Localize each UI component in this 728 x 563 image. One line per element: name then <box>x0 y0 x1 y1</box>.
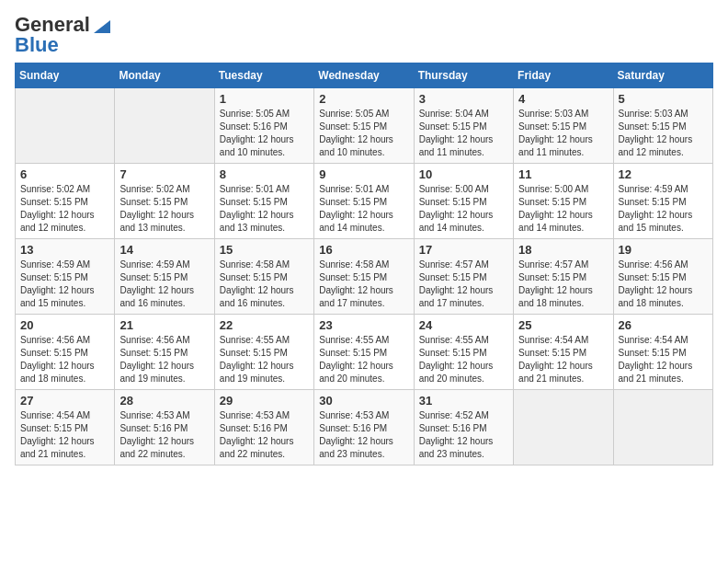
day-number: 24 <box>419 318 508 332</box>
day-number: 11 <box>518 167 608 181</box>
calendar-cell: 20Sunrise: 4:56 AMSunset: 5:15 PMDayligh… <box>16 315 115 390</box>
day-info: Sunrise: 5:00 AMSunset: 5:15 PMDaylight:… <box>419 183 508 235</box>
weekday-header-monday: Monday <box>115 63 214 88</box>
day-info: Sunrise: 4:54 AMSunset: 5:15 PMDaylight:… <box>619 334 708 385</box>
calendar-week-row: 13Sunrise: 4:59 AMSunset: 5:15 PMDayligh… <box>16 239 713 315</box>
weekday-header-tuesday: Tuesday <box>214 63 313 88</box>
calendar-cell: 5Sunrise: 5:03 AMSunset: 5:15 PMDaylight… <box>613 88 712 164</box>
day-number: 4 <box>518 92 608 106</box>
day-number: 6 <box>20 167 109 181</box>
calendar-cell: 1Sunrise: 5:05 AMSunset: 5:16 PMDaylight… <box>214 88 313 164</box>
day-info: Sunrise: 5:05 AMSunset: 5:15 PMDaylight:… <box>319 108 408 159</box>
day-number: 18 <box>518 243 608 257</box>
day-info: Sunrise: 4:54 AMSunset: 5:15 PMDaylight:… <box>20 409 109 461</box>
logo-icon <box>94 20 110 33</box>
day-info: Sunrise: 4:57 AMSunset: 5:15 PMDaylight:… <box>518 259 608 310</box>
calendar-table: SundayMondayTuesdayWednesdayThursdayFrid… <box>15 63 713 465</box>
day-number: 13 <box>20 243 109 257</box>
calendar-cell: 15Sunrise: 4:58 AMSunset: 5:15 PMDayligh… <box>214 239 313 315</box>
day-info: Sunrise: 5:05 AMSunset: 5:16 PMDaylight:… <box>220 108 309 159</box>
day-info: Sunrise: 4:58 AMSunset: 5:15 PMDaylight:… <box>319 259 408 310</box>
calendar-cell: 11Sunrise: 5:00 AMSunset: 5:15 PMDayligh… <box>514 164 613 239</box>
calendar-cell: 10Sunrise: 5:00 AMSunset: 5:15 PMDayligh… <box>414 164 513 239</box>
calendar-cell: 31Sunrise: 4:52 AMSunset: 5:16 PMDayligh… <box>414 390 513 465</box>
weekday-header-wednesday: Wednesday <box>314 63 414 88</box>
weekday-header-row: SundayMondayTuesdayWednesdayThursdayFrid… <box>16 63 713 88</box>
svg-marker-0 <box>94 20 110 33</box>
calendar-cell: 7Sunrise: 5:02 AMSunset: 5:15 PMDaylight… <box>115 164 214 239</box>
calendar-cell <box>613 390 712 465</box>
day-info: Sunrise: 4:58 AMSunset: 5:15 PMDaylight:… <box>220 259 309 310</box>
day-info: Sunrise: 5:02 AMSunset: 5:15 PMDaylight:… <box>119 183 209 235</box>
day-info: Sunrise: 4:56 AMSunset: 5:15 PMDaylight:… <box>619 259 708 310</box>
day-info: Sunrise: 4:53 AMSunset: 5:16 PMDaylight:… <box>220 409 309 461</box>
calendar-cell: 6Sunrise: 5:02 AMSunset: 5:15 PMDaylight… <box>16 164 115 239</box>
calendar-cell: 30Sunrise: 4:53 AMSunset: 5:16 PMDayligh… <box>314 390 414 465</box>
calendar-cell <box>514 390 613 465</box>
calendar-cell: 28Sunrise: 4:53 AMSunset: 5:16 PMDayligh… <box>115 390 214 465</box>
day-number: 26 <box>619 318 708 332</box>
day-number: 5 <box>619 92 708 106</box>
page-header: General Blue <box>15 15 713 55</box>
day-info: Sunrise: 4:56 AMSunset: 5:15 PMDaylight:… <box>20 334 109 385</box>
calendar-cell: 23Sunrise: 4:55 AMSunset: 5:15 PMDayligh… <box>314 315 414 390</box>
calendar-cell: 18Sunrise: 4:57 AMSunset: 5:15 PMDayligh… <box>514 239 613 315</box>
day-number: 29 <box>220 394 309 408</box>
day-number: 16 <box>319 243 408 257</box>
day-info: Sunrise: 5:01 AMSunset: 5:15 PMDaylight:… <box>319 183 408 235</box>
day-info: Sunrise: 4:59 AMSunset: 5:15 PMDaylight:… <box>619 183 708 235</box>
day-info: Sunrise: 4:55 AMSunset: 5:15 PMDaylight:… <box>220 334 309 385</box>
day-info: Sunrise: 5:03 AMSunset: 5:15 PMDaylight:… <box>518 108 608 159</box>
logo-blue-text: Blue <box>15 33 59 56</box>
day-number: 22 <box>220 318 309 332</box>
calendar-cell: 8Sunrise: 5:01 AMSunset: 5:15 PMDaylight… <box>214 164 313 239</box>
day-number: 23 <box>319 318 408 332</box>
calendar-cell: 12Sunrise: 4:59 AMSunset: 5:15 PMDayligh… <box>613 164 712 239</box>
day-info: Sunrise: 4:53 AMSunset: 5:16 PMDaylight:… <box>319 409 408 461</box>
day-number: 10 <box>419 167 508 181</box>
calendar-cell: 16Sunrise: 4:58 AMSunset: 5:15 PMDayligh… <box>314 239 414 315</box>
day-number: 17 <box>419 243 508 257</box>
calendar-week-row: 6Sunrise: 5:02 AMSunset: 5:15 PMDaylight… <box>16 164 713 239</box>
day-info: Sunrise: 5:03 AMSunset: 5:15 PMDaylight:… <box>619 108 708 159</box>
calendar-week-row: 20Sunrise: 4:56 AMSunset: 5:15 PMDayligh… <box>16 315 713 390</box>
calendar-cell: 17Sunrise: 4:57 AMSunset: 5:15 PMDayligh… <box>414 239 513 315</box>
day-info: Sunrise: 4:54 AMSunset: 5:15 PMDaylight:… <box>518 334 608 385</box>
day-info: Sunrise: 4:52 AMSunset: 5:16 PMDaylight:… <box>419 409 508 461</box>
day-info: Sunrise: 5:02 AMSunset: 5:15 PMDaylight:… <box>20 183 109 235</box>
weekday-header-friday: Friday <box>514 63 613 88</box>
calendar-week-row: 1Sunrise: 5:05 AMSunset: 5:16 PMDaylight… <box>16 88 713 164</box>
day-info: Sunrise: 5:00 AMSunset: 5:15 PMDaylight:… <box>518 183 608 235</box>
day-number: 9 <box>319 167 408 181</box>
day-info: Sunrise: 4:59 AMSunset: 5:15 PMDaylight:… <box>119 259 209 310</box>
weekday-header-thursday: Thursday <box>414 63 513 88</box>
calendar-cell: 4Sunrise: 5:03 AMSunset: 5:15 PMDaylight… <box>514 88 613 164</box>
day-number: 27 <box>20 394 109 408</box>
day-info: Sunrise: 4:55 AMSunset: 5:15 PMDaylight:… <box>319 334 408 385</box>
calendar-cell: 22Sunrise: 4:55 AMSunset: 5:15 PMDayligh… <box>214 315 313 390</box>
day-number: 19 <box>619 243 708 257</box>
day-number: 12 <box>619 167 708 181</box>
calendar-week-row: 27Sunrise: 4:54 AMSunset: 5:15 PMDayligh… <box>16 390 713 465</box>
calendar-cell: 27Sunrise: 4:54 AMSunset: 5:15 PMDayligh… <box>16 390 115 465</box>
day-number: 2 <box>319 92 408 106</box>
calendar-cell: 14Sunrise: 4:59 AMSunset: 5:15 PMDayligh… <box>115 239 214 315</box>
day-number: 20 <box>20 318 109 332</box>
day-number: 7 <box>119 167 209 181</box>
calendar-cell: 24Sunrise: 4:55 AMSunset: 5:15 PMDayligh… <box>414 315 513 390</box>
day-info: Sunrise: 5:01 AMSunset: 5:15 PMDaylight:… <box>220 183 309 235</box>
day-number: 31 <box>419 394 508 408</box>
day-number: 8 <box>220 167 309 181</box>
calendar-cell: 21Sunrise: 4:56 AMSunset: 5:15 PMDayligh… <box>115 315 214 390</box>
day-info: Sunrise: 4:53 AMSunset: 5:16 PMDaylight:… <box>119 409 209 461</box>
calendar-cell: 9Sunrise: 5:01 AMSunset: 5:15 PMDaylight… <box>314 164 414 239</box>
calendar-cell <box>115 88 214 164</box>
day-number: 25 <box>518 318 608 332</box>
day-number: 1 <box>220 92 309 106</box>
day-info: Sunrise: 4:56 AMSunset: 5:15 PMDaylight:… <box>119 334 209 385</box>
calendar-cell: 26Sunrise: 4:54 AMSunset: 5:15 PMDayligh… <box>613 315 712 390</box>
day-number: 21 <box>119 318 209 332</box>
day-number: 14 <box>119 243 209 257</box>
day-info: Sunrise: 4:59 AMSunset: 5:15 PMDaylight:… <box>20 259 109 310</box>
day-info: Sunrise: 4:57 AMSunset: 5:15 PMDaylight:… <box>419 259 508 310</box>
